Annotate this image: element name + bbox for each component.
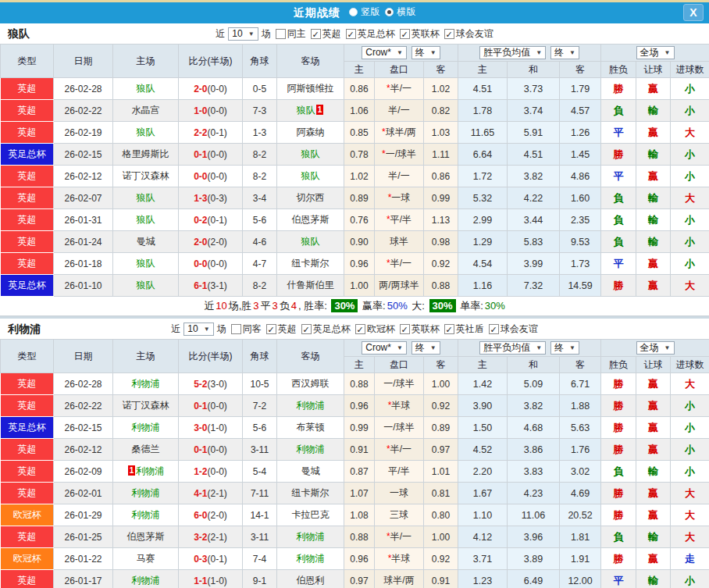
league-checkbox[interactable]: ✓英联杯: [400, 323, 440, 336]
corners-cell: 7-4: [243, 548, 277, 570]
checkbox-icon[interactable]: ✓: [355, 324, 365, 334]
result-header-group: 全场▼: [601, 45, 709, 62]
odds-time-select[interactable]: 终▼: [412, 46, 440, 59]
away-odds: 0.91: [424, 570, 458, 588]
match-row: 英足总杯26-02-15格里姆斯比0-1(0-0)8-2狼队0.78*一/球半1…: [1, 144, 709, 166]
same-side-checkbox[interactable]: 同主: [276, 27, 306, 41]
view-mode-radio[interactable]: 横版: [385, 5, 415, 19]
league-checkbox[interactable]: ✓英足总杯: [346, 27, 395, 41]
home-team: 曼城: [113, 231, 179, 253]
home-team: 狼队: [113, 275, 179, 297]
checkbox-icon[interactable]: ✓: [400, 324, 410, 334]
checkbox-icon[interactable]: ✓: [489, 324, 499, 334]
team-label: 狼队: [301, 170, 320, 181]
sub-col-header: 胜负: [601, 62, 636, 78]
league-checkbox[interactable]: ✓球会友谊: [489, 323, 538, 336]
bookmaker-select[interactable]: Crow*▼: [362, 341, 407, 355]
checkbox-icon[interactable]: ✓: [346, 29, 356, 39]
result-handicap-label: 贏: [648, 280, 658, 291]
result-wdl: 勝: [601, 417, 636, 439]
red-card-badge: 1: [316, 105, 324, 115]
avg-away: 2.35: [560, 209, 601, 231]
away-odds: 1.01: [424, 461, 458, 483]
checkbox-icon[interactable]: ✓: [444, 29, 454, 39]
corners-cell: 7-2: [243, 395, 277, 417]
avg-draw: 3.73: [508, 78, 560, 100]
col-header: 比分(半场): [179, 340, 243, 373]
summary-stat: 30%: [485, 300, 505, 312]
half-score: (1-0): [208, 576, 227, 586]
team-label: 阿斯顿维拉: [287, 83, 334, 94]
league-checkbox[interactable]: ✓欧冠杯: [355, 323, 395, 336]
result-goals: 大: [671, 275, 709, 297]
league-checkbox[interactable]: ✓英超: [311, 27, 341, 41]
odds-time-select[interactable]: 终▼: [412, 341, 440, 355]
games-count-select[interactable]: 10▼: [183, 323, 213, 336]
match-scope-select[interactable]: 全场▼: [636, 46, 675, 59]
score-cell: 1-2(0-0): [179, 461, 243, 483]
checkbox-icon[interactable]: ✓: [266, 324, 276, 334]
avg-metric-select[interactable]: 胜平负均值▼: [479, 341, 546, 355]
league-checkbox[interactable]: ✓英社盾: [444, 323, 484, 336]
match-date: 26-02-19: [54, 122, 113, 144]
sub-col-header: 让球: [636, 62, 671, 78]
handicap-label: 半/一: [390, 444, 412, 454]
checkbox-icon[interactable]: ✓: [301, 324, 312, 334]
full-score: 2-0: [194, 84, 207, 94]
checkbox-icon[interactable]: ✓: [444, 324, 454, 334]
team-label: 诺丁汉森林: [123, 170, 169, 181]
full-score: 3-0: [194, 422, 207, 433]
chevron-down-icon: ▼: [536, 49, 542, 56]
team-section-header: 狼队 近10▼场同主✓英超✓英足总杯✓英联杯✓球会友谊: [0, 23, 709, 44]
summary-stat: 10: [216, 300, 226, 312]
result-wdl: 負: [601, 461, 636, 483]
same-side-checkbox[interactable]: 同客: [231, 323, 262, 336]
home-odds: 0.90: [344, 231, 375, 253]
summary-stat: 50%: [387, 300, 408, 312]
away-team: 利物浦: [277, 439, 344, 461]
avg-time-select[interactable]: 终▼: [550, 46, 579, 59]
result-goals: 小: [671, 439, 709, 461]
away-odds: 0.81: [424, 483, 458, 504]
radio-icon[interactable]: [349, 8, 358, 16]
checkbox-icon[interactable]: [231, 324, 241, 334]
team-label: 纽卡斯尔: [292, 258, 330, 269]
result-handicap-label: 輸: [648, 148, 658, 160]
result-handicap-label: 贏: [648, 378, 658, 390]
match-scope-select-value: 全场: [640, 46, 659, 59]
handicap-cell: 一/球半: [375, 373, 424, 395]
match-row: 英超26-02-12桑德兰0-1(0-0)3-11利物浦0.91*半/一0.97…: [1, 439, 709, 461]
handicap-label: 球半: [390, 236, 408, 247]
result-goals-label: 小: [685, 105, 695, 116]
result-wdl: 平: [601, 122, 636, 144]
match-scope-select[interactable]: 全场▼: [636, 341, 675, 355]
league-checkbox[interactable]: ✓英联杯: [400, 27, 440, 41]
view-mode-radio[interactable]: 竖版: [349, 5, 379, 19]
home-odds: 0.88: [344, 526, 375, 548]
result-wdl-label: 勝: [614, 444, 624, 455]
league-checkbox[interactable]: ✓球会友谊: [444, 27, 493, 41]
summary-stat: 3: [253, 300, 258, 312]
match-date: 26-02-15: [54, 144, 113, 166]
team-label: 布莱顿: [297, 422, 325, 433]
checkbox-icon[interactable]: [276, 29, 286, 39]
home-team: 狼队: [113, 78, 179, 100]
avg-metric-select[interactable]: 胜平负均值▼: [479, 46, 546, 59]
result-goals: 小: [671, 395, 709, 417]
close-button[interactable]: X: [683, 4, 704, 21]
checkbox-icon[interactable]: ✓: [400, 29, 410, 39]
league-badge: 英超: [1, 570, 54, 588]
league-checkbox[interactable]: ✓英足总杯: [301, 323, 351, 336]
league-checkbox[interactable]: ✓英超: [266, 323, 297, 336]
bookmaker-select[interactable]: Crow*▼: [362, 46, 407, 59]
league-checkbox-label: 英社盾: [456, 323, 484, 336]
avg-time-select[interactable]: 终▼: [550, 341, 579, 355]
result-wdl-label: 平: [614, 127, 624, 138]
match-date: 26-01-10: [54, 275, 113, 297]
games-count-select[interactable]: 10▼: [228, 27, 258, 41]
radio-icon[interactable]: [385, 8, 394, 16]
handicap-cell: 两/两球半: [375, 275, 424, 297]
away-odds: 1.02: [424, 78, 458, 100]
checkbox-icon[interactable]: ✓: [311, 29, 321, 39]
result-handicap-label: 輸: [648, 531, 658, 543]
